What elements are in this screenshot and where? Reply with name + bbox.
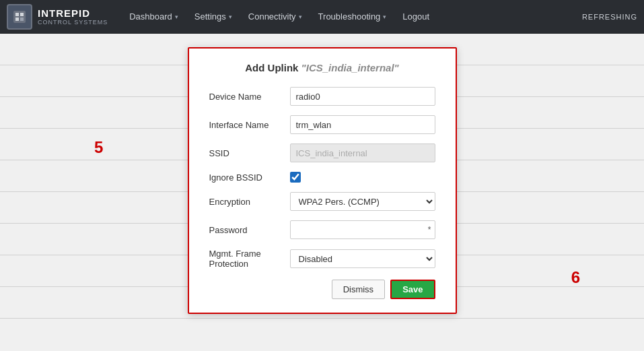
mgmt-frame-label: Mgmt. Frame Protection: [209, 249, 290, 269]
step-6-label: 6: [571, 268, 580, 287]
interface-name-input[interactable]: [290, 115, 435, 134]
navbar: INTREPID CONTROL SYSTEMS Dashboard ▾ Set…: [0, 0, 644, 34]
modal-overlay: Add Uplink "ICS_india_internal" Device N…: [188, 47, 457, 314]
nav-troubleshooting[interactable]: Troubleshooting ▾: [310, 0, 395, 34]
encryption-row: Encryption WPA2 Pers. (CCMP) WPA2 Pers. …: [209, 192, 435, 211]
encryption-label: Encryption: [209, 197, 290, 207]
modal-title-network: "ICS_india_internal": [301, 62, 399, 73]
main-content: 5 6 Add Uplink "ICS_india_internal" Devi…: [0, 34, 644, 351]
password-toggle-icon[interactable]: *: [428, 225, 431, 234]
navbar-nav: Dashboard ▾ Settings ▾ Connectivity ▾ Tr…: [121, 0, 582, 34]
device-name-input[interactable]: [290, 87, 435, 106]
ssid-input[interactable]: [290, 143, 435, 162]
svg-rect-1: [15, 13, 19, 16]
ignore-bssid-label: Ignore BSSID: [209, 172, 290, 183]
nav-dashboard-chevron: ▾: [175, 13, 178, 20]
step-5-label: 5: [94, 138, 103, 157]
device-name-label: Device Name: [209, 92, 290, 102]
ssid-row: SSID: [209, 143, 435, 162]
logo-sub: CONTROL SYSTEMS: [38, 19, 108, 26]
device-name-row: Device Name: [209, 87, 435, 106]
nav-settings-chevron: ▾: [229, 13, 232, 20]
interface-name-row: Interface Name: [209, 115, 435, 134]
logo-text: INTREPID CONTROL SYSTEMS: [38, 7, 108, 26]
nav-troubleshooting-label: Troubleshooting: [318, 11, 381, 22]
password-input[interactable]: [290, 220, 435, 239]
nav-connectivity[interactable]: Connectivity ▾: [240, 0, 310, 34]
refreshing-status: REFRESHING: [582, 13, 637, 21]
svg-rect-2: [20, 13, 24, 16]
save-button[interactable]: Save: [390, 280, 435, 299]
ignore-bssid-row: Ignore BSSID: [209, 172, 435, 183]
nav-settings-label: Settings: [194, 11, 226, 22]
svg-rect-3: [15, 18, 19, 21]
nav-dashboard-label: Dashboard: [129, 11, 172, 22]
dismiss-button[interactable]: Dismiss: [332, 280, 386, 299]
nav-logout-label: Logout: [402, 11, 429, 22]
nav-dashboard[interactable]: Dashboard ▾: [121, 0, 186, 34]
modal-footer: Dismiss Save: [209, 280, 435, 299]
password-wrapper: *: [290, 220, 435, 239]
encryption-select[interactable]: WPA2 Pers. (CCMP) WPA2 Pers. (TKIP) WPA3…: [290, 192, 435, 211]
ssid-label: SSID: [209, 148, 290, 158]
svg-rect-4: [20, 18, 24, 21]
logo-main: INTREPID: [38, 7, 108, 19]
nav-connectivity-label: Connectivity: [248, 11, 296, 22]
modal-title: Add Uplink "ICS_india_internal": [209, 62, 435, 73]
mgmt-frame-row: Mgmt. Frame Protection Disabled Optional…: [209, 249, 435, 269]
password-row: Password *: [209, 220, 435, 239]
add-uplink-modal: Add Uplink "ICS_india_internal" Device N…: [188, 47, 457, 314]
nav-connectivity-chevron: ▾: [299, 13, 302, 20]
logo-icon: [7, 4, 32, 30]
nav-troubleshooting-chevron: ▾: [383, 13, 386, 20]
modal-title-prefix: Add Uplink: [245, 62, 301, 73]
ignore-bssid-checkbox[interactable]: [290, 172, 301, 183]
nav-settings[interactable]: Settings ▾: [186, 0, 240, 34]
mgmt-frame-select[interactable]: Disabled Optional Required: [290, 249, 435, 268]
password-label: Password: [209, 225, 290, 235]
logo-svg: [12, 9, 27, 24]
interface-name-label: Interface Name: [209, 120, 290, 130]
nav-logout[interactable]: Logout: [394, 0, 437, 34]
logo: INTREPID CONTROL SYSTEMS: [7, 4, 108, 30]
svg-rect-0: [13, 11, 26, 23]
